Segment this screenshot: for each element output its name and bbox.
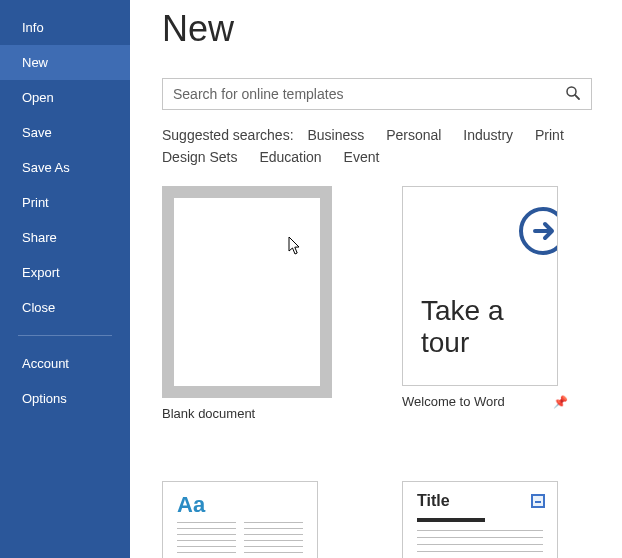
- template-gallery: Blank document Take a tour Welcome to Wo…: [162, 186, 622, 558]
- template-blank-document[interactable]: Blank document: [162, 186, 332, 421]
- title-underline: [417, 518, 485, 522]
- sidebar-label: Save: [22, 125, 52, 140]
- tour-line2: tour: [421, 327, 504, 359]
- template-title-page[interactable]: Title: [402, 481, 572, 558]
- suggested-searches: Suggested searches: Business Personal In…: [162, 124, 592, 168]
- suggested-link-print[interactable]: Print: [535, 124, 564, 146]
- suggested-label: Suggested searches:: [162, 127, 294, 143]
- sidebar-item-close[interactable]: Close: [0, 290, 130, 325]
- sidebar-label: Info: [22, 20, 44, 35]
- sidebar-label: Export: [22, 265, 60, 280]
- sidebar-label: Account: [22, 356, 69, 371]
- sidebar-item-save-as[interactable]: Save As: [0, 150, 130, 185]
- sidebar-item-info[interactable]: Info: [0, 10, 130, 45]
- sidebar-item-export[interactable]: Export: [0, 255, 130, 290]
- template-thumbnail: [162, 186, 332, 398]
- arrow-right-circle-icon: [517, 205, 558, 257]
- placeholder-icon: [531, 494, 545, 508]
- svg-line-1: [575, 95, 579, 99]
- sidebar-separator: [18, 335, 112, 336]
- cursor-icon: [288, 236, 304, 256]
- sidebar-label: Options: [22, 391, 67, 406]
- doc-lines: [417, 530, 543, 552]
- search-row: [162, 78, 592, 110]
- template-search-input[interactable]: [173, 86, 563, 102]
- sidebar-item-account[interactable]: Account: [0, 346, 130, 381]
- sidebar-label: Open: [22, 90, 54, 105]
- tour-line1: Take a: [421, 295, 504, 327]
- sidebar-item-share[interactable]: Share: [0, 220, 130, 255]
- sidebar-label: Save As: [22, 160, 70, 175]
- template-thumbnail: Aa: [162, 481, 318, 558]
- sidebar-item-print[interactable]: Print: [0, 185, 130, 220]
- suggested-link-design-sets[interactable]: Design Sets: [162, 146, 237, 168]
- template-thumbnail: Title: [402, 481, 558, 558]
- sidebar-label: New: [22, 55, 48, 70]
- main-content: New Suggested searches: Business Persona…: [130, 0, 622, 558]
- sidebar-item-new[interactable]: New: [0, 45, 130, 80]
- tour-text: Take a tour: [421, 295, 504, 359]
- caption-text: Blank document: [162, 406, 255, 421]
- sidebar-label: Print: [22, 195, 49, 210]
- sidebar-item-save[interactable]: Save: [0, 115, 130, 150]
- page-title: New: [162, 8, 622, 50]
- suggested-link-industry[interactable]: Industry: [463, 124, 513, 146]
- backstage-sidebar: Info New Open Save Save As Print Share E…: [0, 0, 130, 558]
- aa-glyph: Aa: [177, 492, 205, 518]
- template-caption: Blank document: [162, 406, 332, 421]
- template-welcome-tour[interactable]: Take a tour Welcome to Word 📌: [402, 186, 572, 421]
- search-icon: [565, 85, 581, 101]
- search-button[interactable]: [563, 83, 583, 106]
- sidebar-item-options[interactable]: Options: [0, 381, 130, 416]
- template-thumbnail: Take a tour: [402, 186, 558, 386]
- suggested-link-education[interactable]: Education: [259, 146, 321, 168]
- sidebar-label: Share: [22, 230, 57, 245]
- suggested-link-business[interactable]: Business: [307, 124, 364, 146]
- template-single-spaced[interactable]: Aa: [162, 481, 332, 558]
- sidebar-label: Close: [22, 300, 55, 315]
- suggested-link-event[interactable]: Event: [344, 146, 380, 168]
- suggested-link-personal[interactable]: Personal: [386, 124, 441, 146]
- template-caption: Welcome to Word 📌: [402, 394, 572, 409]
- doc-lines: [177, 522, 303, 553]
- pin-icon[interactable]: 📌: [553, 395, 568, 409]
- sidebar-item-open[interactable]: Open: [0, 80, 130, 115]
- caption-text: Welcome to Word: [402, 394, 505, 409]
- title-text: Title: [417, 492, 450, 510]
